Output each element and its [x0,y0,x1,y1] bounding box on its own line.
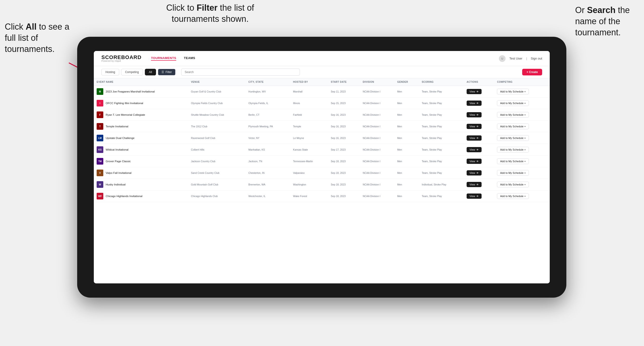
competing-cell: Add to My Schedule + [494,86,550,97]
gender-cell: Men [394,156,419,167]
actions-cell: View 👁 [464,144,494,156]
city-state-cell: Manhattan, KS [246,144,290,156]
actions-cell: View 👁 [464,121,494,132]
competing-cell: Add to My Schedule + [494,132,550,144]
start-date-cell: Sep 15, 2023 [328,97,360,109]
table-row: I OFCC Fighting Illini Invitational Olym… [94,97,550,109]
add-to-schedule-button[interactable]: Add to My Schedule + [497,124,529,129]
scoring-cell: Team, Stroke Play [419,132,464,144]
add-to-schedule-button[interactable]: Add to My Schedule + [497,147,529,153]
division-cell: NCAA Division I [360,97,394,109]
hosted-by-cell: Illinois [290,97,328,109]
search-input[interactable] [181,69,300,76]
nav-tournaments[interactable]: TOURNAMENTS [151,56,176,61]
scoring-cell: Team, Stroke Play [419,121,464,132]
event-name-cell: W Husky Individual [94,179,188,190]
add-to-schedule-button[interactable]: Add to My Schedule + [497,193,529,199]
col-gender: GENDER [394,78,419,86]
actions-cell: View 👁 [464,190,494,202]
competing-cell: Add to My Schedule + [494,144,550,156]
start-date-cell: Sep 18, 2023 [328,190,360,202]
table-row: T Temple Invitational The 1912 Club Plym… [94,121,550,132]
add-to-schedule-button[interactable]: Add to My Schedule + [497,112,529,118]
add-to-schedule-button[interactable]: Add to My Schedule + [497,135,529,141]
hosted-by-cell: Tennessee-Martin [290,156,328,167]
filter-button[interactable]: ☰ Filter [158,69,176,75]
team-logo: W [97,181,103,188]
table-body: M 2023 Joe Feaganes Marshall Invitationa… [94,86,550,202]
add-to-schedule-button[interactable]: Add to My Schedule + [497,159,529,164]
competing-cell: Add to My Schedule + [494,97,550,109]
division-cell: NCAA Division I [360,144,394,156]
add-to-schedule-button[interactable]: Add to My Schedule + [497,89,529,94]
table-header: EVENT NAME VENUE CITY, STATE HOSTED BY S… [94,78,550,86]
venue-cell: Shuttle Meadow Country Club [188,109,246,121]
competing-cell: Add to My Schedule + [494,167,550,179]
user-name: Test User [509,57,522,60]
start-date-cell: Sep 16, 2023 [328,132,360,144]
tab-all[interactable]: All [145,69,156,75]
view-button[interactable]: View 👁 [466,135,482,141]
eye-icon: 👁 [476,114,479,116]
gender-cell: Men [394,144,419,156]
tab-competing[interactable]: Competing [121,69,143,75]
gender-cell: Men [394,132,419,144]
team-logo: V [97,170,103,176]
scoring-cell: Team, Stroke Play [419,167,464,179]
team-logo: M [97,88,103,95]
venue-cell: Olympia Fields Country Club [188,97,246,109]
event-name-cell: LM Upstate Dual Challenge [94,132,188,144]
eye-icon: 👁 [476,183,479,186]
table-row: V Valpo Fall Invitational Sand Creek Cou… [94,167,550,179]
venue-cell: Colbert Hills [188,144,246,156]
table-row: M 2023 Joe Feaganes Marshall Invitationa… [94,86,550,97]
search-wrapper [181,69,300,76]
view-button[interactable]: View 👁 [466,89,482,94]
view-button[interactable]: View 👁 [466,124,482,129]
event-name: Valpo Fall Invitational [106,172,131,174]
nav-teams[interactable]: TEAMS [184,56,195,61]
col-hosted-by: HOSTED BY [290,78,328,86]
start-date-cell: Sep 11, 2023 [328,86,360,97]
view-button[interactable]: View 👁 [466,170,482,175]
eye-icon: 👁 [476,172,479,174]
team-logo: F [97,111,103,118]
venue-cell: Gold Mountain Golf Club [188,179,246,190]
gender-cell: Men [394,167,419,179]
view-button[interactable]: View 👁 [466,112,482,117]
competing-cell: Add to My Schedule + [494,121,550,132]
view-button[interactable]: View 👁 [466,147,482,152]
add-to-schedule-button[interactable]: Add to My Schedule + [497,170,529,176]
sign-out-link[interactable]: Sign out [531,57,542,60]
competing-cell: Add to My Schedule + [494,179,550,190]
venue-cell: Sand Creek Country Club [188,167,246,179]
add-to-schedule-button[interactable]: Add to My Schedule + [497,182,529,187]
view-button[interactable]: View 👁 [466,101,482,106]
view-button[interactable]: View 👁 [466,193,482,199]
tab-hosting[interactable]: Hosting [102,69,119,75]
venue-cell: Chicago Highlands Club [188,190,246,202]
eye-icon: 👁 [476,195,479,197]
competing-cell: Add to My Schedule + [494,190,550,202]
view-button[interactable]: View 👁 [466,159,482,164]
start-date-cell: Sep 18, 2023 [328,179,360,190]
event-name-cell: F Ryan T. Lee Memorial Collegiate [94,109,188,121]
city-state-cell: Huntington, WV [246,86,290,97]
event-name: OFCC Fighting Illini Invitational [106,102,143,105]
logo-sub: Powered by clippd [102,60,142,62]
event-name-cell: I OFCC Fighting Illini Invitational [94,97,188,109]
col-division: DIVISION [360,78,394,86]
event-name-cell: V Valpo Fall Invitational [94,167,188,179]
add-to-schedule-button[interactable]: Add to My Schedule + [497,100,529,106]
view-button[interactable]: View 👁 [466,182,482,187]
hosted-by-cell: Fairfield [290,109,328,121]
division-cell: NCAA Division I [360,121,394,132]
eye-icon: 👁 [476,102,479,105]
annotation-topleft: Click All to see a full list of tourname… [5,21,71,54]
tablet-shell: SCOREBOARD Powered by clippd TOURNAMENTS… [77,37,566,298]
venue-cell: Jackson Country Club [188,156,246,167]
create-button[interactable]: + Create [522,69,542,75]
header-left: SCOREBOARD Powered by clippd TOURNAMENTS… [102,55,195,62]
user-avatar: U [499,55,506,62]
scoring-cell: Team, Stroke Play [419,86,464,97]
